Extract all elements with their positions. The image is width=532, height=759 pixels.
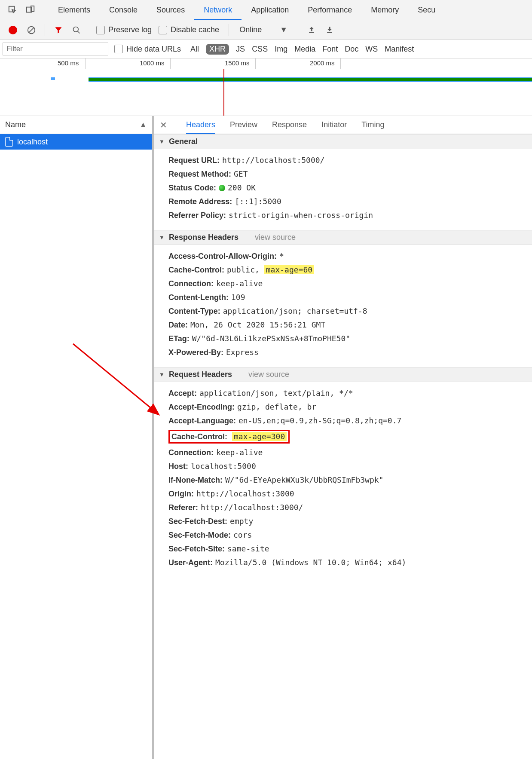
filter-input[interactable] [3,43,108,55]
k-accept-encoding: Accept-Encoding: [168,403,235,411]
tab-network[interactable]: Network [194,0,242,20]
tab-performance[interactable]: Performance [298,0,361,20]
v-accept: application/json, text/plain, */* [199,389,353,398]
v-sfd: empty [230,517,253,526]
tab-elements[interactable]: Elements [49,0,100,20]
v-content-length: 109 [231,293,245,302]
tab-console[interactable]: Console [100,0,147,20]
status-dot-icon [219,185,225,191]
svg-rect-8 [327,32,332,33]
v-status-code: 200 OK [219,183,256,192]
dtab-initiator[interactable]: Initiator [321,120,347,129]
type-doc[interactable]: Doc [345,45,358,54]
k-etag: ETag: [168,334,190,343]
v-resp-cache-control: public, max-age=60 [227,265,314,274]
k-req-connection: Connection: [168,448,214,457]
type-all[interactable]: All [190,45,199,54]
chevron-down-icon: ▼ [280,25,287,34]
type-css[interactable]: CSS [252,45,268,54]
separator [45,24,45,36]
filter-bar: Hide data URLs All XHR JS CSS Img Media … [0,40,532,58]
section-response-headers[interactable]: ▼ Response Headers view source [154,230,532,245]
disable-cache-checkbox[interactable]: Disable cache [159,25,219,34]
svg-point-5 [73,27,79,32]
view-source-link[interactable]: view source [248,370,289,379]
filter-icon[interactable] [52,24,65,37]
k-request-url: Request URL: [168,156,220,165]
cache-pre: public, [227,265,264,274]
k-origin: Origin: [168,490,194,498]
checkbox-icon [96,26,105,34]
v-etag: W/"6d-N3L6Li1kzePSxNSsA+8TmoPHE50" [192,334,350,343]
inspect-icon[interactable] [6,3,19,16]
type-manifest[interactable]: Manifest [385,45,414,54]
request-list-panel: Name ▲ localhost [0,116,154,759]
k-inm: If-None-Match: [168,476,223,484]
v-ua: Mozilla/5.0 (Windows NT 10.0; Win64; x64… [215,558,406,567]
v-referer: http://localhost:3000/ [201,503,303,512]
disclosure-icon: ▼ [159,138,165,145]
download-icon[interactable] [323,24,336,37]
search-icon[interactable] [70,24,83,37]
v-sfm: cors [233,530,252,539]
view-source-link[interactable]: view source [255,233,296,242]
k-resp-cache-control: Cache-Control: [168,266,224,274]
type-font[interactable]: Font [322,45,338,54]
upload-icon[interactable] [305,24,318,37]
clear-icon[interactable] [25,24,38,37]
k-sfs: Sec-Fetch-Site: [168,545,225,553]
v-referrer-policy: strict-origin-when-cross-origin [229,211,373,220]
type-ws[interactable]: WS [365,45,378,54]
type-img[interactable]: Img [275,45,287,54]
section-general[interactable]: ▼ General [154,134,532,149]
dtab-headers[interactable]: Headers [186,116,215,134]
v-host: localhost:5000 [191,462,256,471]
waterfall-timeline[interactable]: 500 ms 1000 ms 1500 ms 2000 ms [0,58,532,116]
separator [90,24,90,36]
v-inm: W/"6d-EYeApekWXu3k/UbbRQSImFb3wpk" [225,475,383,484]
request-list-header[interactable]: Name ▲ [0,116,152,134]
throttling-value: Online [239,25,262,34]
tab-security[interactable]: Secu [408,0,445,20]
record-button[interactable] [9,26,17,34]
timeline-ruler: 500 ms 1000 ms 1500 ms 2000 ms [0,58,532,69]
dtab-timing[interactable]: Timing [361,120,384,129]
request-row[interactable]: localhost [0,134,152,150]
k-request-method: Request Method: [168,170,231,178]
v-content-type: application/json; charset=utf-8 [223,306,367,315]
timeline-segment [51,77,55,80]
close-icon[interactable]: ✕ [160,120,167,130]
general-block: Request URL:http://localhost:5000/ Reque… [154,149,532,230]
preserve-log-checkbox[interactable]: Preserve log [96,25,152,34]
v-date: Mon, 26 Oct 2020 15:56:21 GMT [190,320,325,329]
sort-icon: ▲ [139,120,147,129]
device-toggle-icon[interactable] [24,3,37,16]
v-resp-connection: keep-alive [216,279,263,288]
hide-data-urls-checkbox[interactable]: Hide data URLs [114,45,181,54]
k-req-cache-control: Cache-Control: [171,432,227,441]
separator [229,24,229,36]
separator [298,24,298,36]
tab-memory[interactable]: Memory [361,0,408,20]
k-accept-language: Accept-Language: [168,416,236,425]
tick-label: 1500 ms [225,59,250,67]
status-text: 200 OK [228,183,256,192]
tab-application[interactable]: Application [242,0,298,20]
section-title: General [169,137,198,146]
preserve-log-label: Preserve log [108,25,152,34]
k-sfd: Sec-Fetch-Dest: [168,517,227,526]
hide-data-urls-label: Hide data URLs [126,45,181,54]
type-js[interactable]: JS [236,45,245,54]
k-resp-connection: Connection: [168,279,214,288]
k-accept: Accept: [168,389,197,398]
section-request-headers[interactable]: ▼ Request Headers view source [154,367,532,382]
dtab-response[interactable]: Response [272,120,307,129]
throttling-select[interactable]: Online ▼ [233,25,294,34]
disclosure-icon: ▼ [159,234,165,241]
tab-sources[interactable]: Sources [147,0,194,20]
type-xhr[interactable]: XHR [206,44,229,55]
devtools-top-bar: Elements Console Sources Network Applica… [0,0,532,20]
dtab-preview[interactable]: Preview [230,120,257,129]
separator [44,4,44,16]
type-media[interactable]: Media [294,45,315,54]
